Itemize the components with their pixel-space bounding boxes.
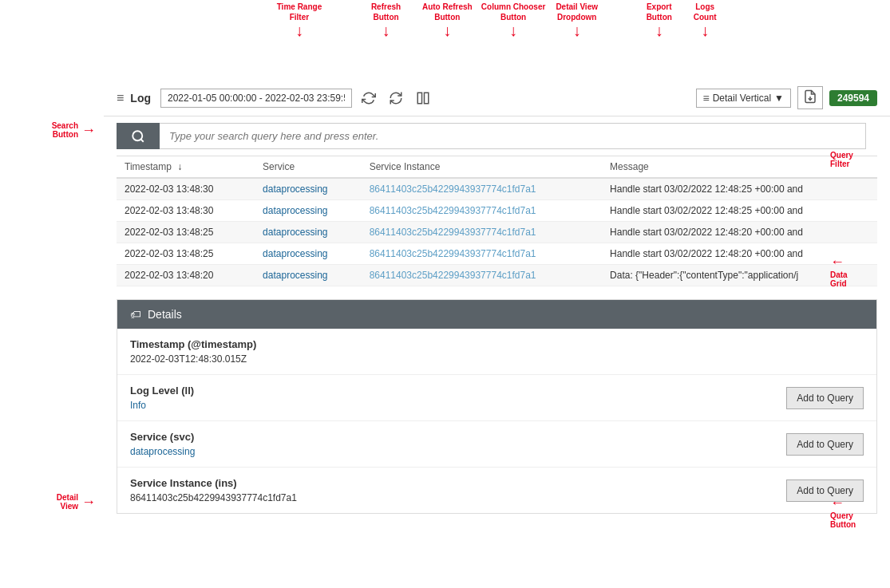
cell-message: Handle start 03/02/2022 12:48:25 +00:00 … bbox=[602, 200, 877, 222]
annotation-detail-view-label: DetailView → bbox=[57, 493, 96, 511]
toolbar: ≡ Log ≡ Detail Vertical ▼ bbox=[104, 80, 890, 116]
search-bar bbox=[117, 123, 866, 149]
col-service[interactable]: Service bbox=[255, 156, 362, 178]
detail-view-label: Detail Vertical bbox=[713, 93, 771, 104]
detail-row: Service Instance (ins) 86411403c25b42299… bbox=[117, 468, 876, 513]
cell-instance: 86411403c25b4229943937774c1fd7a1 bbox=[362, 265, 602, 286]
add-to-query-button-3[interactable]: Add to Query bbox=[786, 479, 864, 502]
cell-instance: 86411403c25b4229943937774c1fd7a1 bbox=[362, 200, 602, 222]
details-panel: 🏷 Details Timestamp (@timestamp) 2022-02… bbox=[117, 299, 877, 514]
cell-message: Handle start 03/02/2022 12:48:20 +00:00 … bbox=[602, 222, 877, 243]
tag-icon: 🏷 bbox=[130, 308, 141, 321]
page-wrapper: Time RangeFilter↓ RefreshButton↓ Auto Re… bbox=[0, 0, 890, 588]
table-row[interactable]: 2022-02-03 13:48:30 dataprocessing 86411… bbox=[117, 200, 877, 222]
detail-label-3: Service Instance (ins) bbox=[130, 477, 864, 489]
cell-service: dataprocessing bbox=[255, 243, 362, 265]
cell-service: dataprocessing bbox=[255, 265, 362, 286]
detail-value-1: Info bbox=[130, 400, 864, 411]
cell-message: Handle start 03/02/2022 12:48:20 +00:00 … bbox=[602, 243, 877, 265]
cell-timestamp: 2022-02-03 13:48:25 bbox=[117, 222, 255, 243]
column-chooser-button[interactable] bbox=[413, 89, 433, 107]
svg-rect-0 bbox=[417, 93, 421, 104]
cell-timestamp: 2022-02-03 13:48:25 bbox=[117, 243, 255, 265]
annotation-refresh: RefreshButton↓ bbox=[371, 2, 401, 38]
table-row[interactable]: 2022-02-03 13:48:25 dataprocessing 86411… bbox=[117, 222, 877, 243]
svg-line-4 bbox=[140, 139, 143, 141]
export-button[interactable] bbox=[797, 86, 823, 109]
detail-row: Log Level (ll) Info Add to Query bbox=[117, 375, 876, 421]
logs-count-badge: 249594 bbox=[829, 90, 877, 106]
table-header-row: Timestamp ↓ Service Service Instance Mes… bbox=[117, 156, 877, 178]
annotation-column-chooser: Column ChooserButton↓ bbox=[481, 2, 546, 38]
annotation-logs-count: LogsCount↓ bbox=[694, 2, 717, 38]
cell-service: dataprocessing bbox=[255, 222, 362, 243]
table-row[interactable]: 2022-02-03 13:48:30 dataprocessing 86411… bbox=[117, 178, 877, 200]
annotation-auto-refresh: Auto RefreshButton↓ bbox=[422, 2, 473, 38]
left-annotations: SearchButton → DetailView → bbox=[0, 0, 104, 588]
refresh-button[interactable] bbox=[358, 89, 379, 107]
detail-label-2: Service (svc) bbox=[130, 431, 864, 443]
cell-service: dataprocessing bbox=[255, 200, 362, 222]
search-button[interactable] bbox=[117, 123, 160, 149]
search-input[interactable] bbox=[160, 123, 866, 149]
cell-instance: 86411403c25b4229943937774c1fd7a1 bbox=[362, 178, 602, 200]
detail-row: Service (svc) dataprocessing Add to Quer… bbox=[117, 421, 876, 468]
detail-value-2: dataprocessing bbox=[130, 446, 864, 457]
add-to-query-button-1[interactable]: Add to Query bbox=[786, 387, 864, 409]
table-row[interactable]: 2022-02-03 13:48:20 dataprocessing 86411… bbox=[117, 265, 877, 286]
auto-refresh-button[interactable] bbox=[386, 89, 406, 107]
detail-label-0: Timestamp (@timestamp) bbox=[130, 338, 864, 350]
cell-timestamp: 2022-02-03 13:48:30 bbox=[117, 178, 255, 200]
cell-service: dataprocessing bbox=[255, 178, 362, 200]
annotation-time-range: Time RangeFilter↓ bbox=[277, 2, 322, 38]
add-to-query-button-2[interactable]: Add to Query bbox=[786, 433, 864, 456]
top-annotations: Time RangeFilter↓ RefreshButton↓ Auto Re… bbox=[104, 0, 890, 80]
details-title: Details bbox=[148, 308, 182, 321]
detail-value-3: 86411403c25b4229943937774c1fd7a1 bbox=[130, 492, 864, 503]
cell-timestamp: 2022-02-03 13:48:20 bbox=[117, 265, 255, 286]
detail-row: Timestamp (@timestamp) 2022-02-03T12:48:… bbox=[117, 329, 876, 375]
time-range-input[interactable] bbox=[160, 89, 352, 108]
cell-message: Handle start 03/02/2022 12:48:25 +00:00 … bbox=[602, 178, 877, 200]
col-instance[interactable]: Service Instance bbox=[362, 156, 602, 178]
details-header: 🏷 Details bbox=[117, 300, 876, 329]
data-grid: Timestamp ↓ Service Service Instance Mes… bbox=[117, 156, 877, 286]
cell-instance: 86411403c25b4229943937774c1fd7a1 bbox=[362, 222, 602, 243]
detail-value-0: 2022-02-03T12:48:30.015Z bbox=[130, 353, 864, 365]
detail-label-1: Log Level (ll) bbox=[130, 385, 864, 397]
svg-point-3 bbox=[133, 131, 142, 140]
annotation-search-button: SearchButton → bbox=[52, 121, 96, 139]
cell-message: Data: {"Header":{"contentType":"applicat… bbox=[602, 265, 877, 286]
annotation-detail-view: Detail ViewDropdown↓ bbox=[556, 2, 598, 38]
hamburger-icon[interactable]: ≡ bbox=[117, 91, 124, 105]
chevron-down-icon: ▼ bbox=[774, 93, 784, 104]
detail-view-dropdown[interactable]: ≡ Detail Vertical ▼ bbox=[696, 89, 791, 108]
table-row[interactable]: 2022-02-03 13:48:25 dataprocessing 86411… bbox=[117, 243, 877, 265]
col-timestamp[interactable]: Timestamp ↓ bbox=[117, 156, 255, 178]
cell-timestamp: 2022-02-03 13:48:30 bbox=[117, 200, 255, 222]
log-label: Log bbox=[130, 92, 151, 105]
details-body: Timestamp (@timestamp) 2022-02-03T12:48:… bbox=[117, 329, 876, 513]
sort-icon: ↓ bbox=[177, 161, 182, 172]
svg-rect-1 bbox=[425, 93, 429, 104]
col-message[interactable]: Message bbox=[602, 156, 877, 178]
cell-instance: 86411403c25b4229943937774c1fd7a1 bbox=[362, 243, 602, 265]
annotation-export: ExportButton↓ bbox=[647, 2, 672, 38]
